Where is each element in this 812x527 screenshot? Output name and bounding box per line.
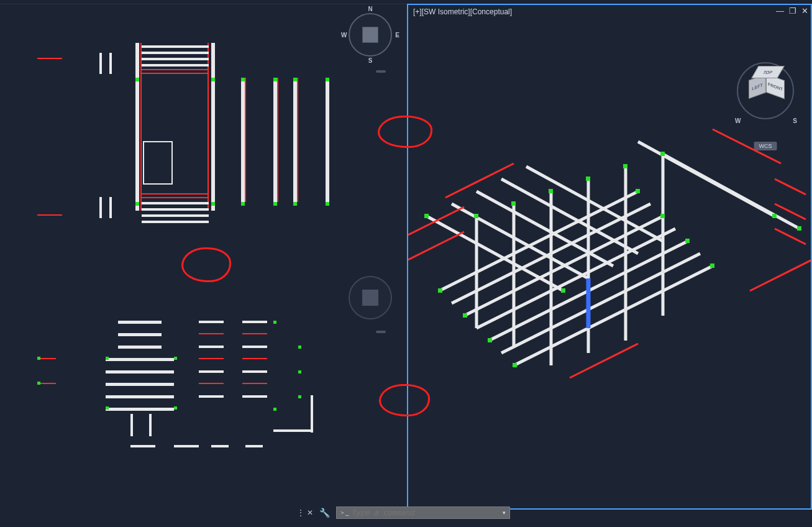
svg-line-13 xyxy=(663,154,800,229)
svg-rect-39 xyxy=(772,214,777,218)
viewport-bottom-plan[interactable] xyxy=(0,259,407,510)
drawing-plan-upper xyxy=(0,4,407,259)
nav-compass-bottom[interactable] xyxy=(349,276,392,319)
viewport-isometric[interactable]: [+][SW Isometric][Conceptual] — ❐ ✕ LEFT… xyxy=(407,4,812,510)
compass-label-w: W xyxy=(341,32,347,39)
compass-label-n: N xyxy=(368,6,372,12)
svg-line-25 xyxy=(408,232,464,260)
svg-rect-40 xyxy=(797,226,801,231)
svg-line-28 xyxy=(775,229,806,244)
svg-line-22 xyxy=(713,129,781,163)
svg-rect-41 xyxy=(474,214,478,218)
customize-icon[interactable]: 🔧 xyxy=(317,508,332,518)
svg-rect-43 xyxy=(549,189,553,193)
command-drag-icon[interactable]: ⋮ xyxy=(297,508,304,517)
svg-line-26 xyxy=(775,179,806,195)
svg-rect-38 xyxy=(561,288,565,293)
svg-rect-45 xyxy=(623,164,627,168)
svg-rect-31 xyxy=(463,313,467,318)
svg-line-21 xyxy=(570,344,638,378)
svg-line-3 xyxy=(477,229,675,328)
svg-rect-33 xyxy=(488,338,492,342)
command-line-bar: ⋮ ✕ 🔧 ＞_ ▾ xyxy=(297,506,510,520)
compass-label-s: S xyxy=(368,57,373,64)
svg-line-5 xyxy=(501,254,700,353)
command-prompt-icon: ＞_ xyxy=(337,508,352,517)
nav-compass-top[interactable]: N S E W xyxy=(349,13,392,57)
compass-menu-button-bottom[interactable] xyxy=(376,331,386,333)
svg-rect-37 xyxy=(424,214,429,218)
command-close-icon[interactable]: ✕ xyxy=(307,508,313,517)
svg-rect-42 xyxy=(511,201,516,206)
viewport-top-plan[interactable]: N S E W xyxy=(0,4,407,259)
svg-rect-44 xyxy=(586,176,590,181)
command-history-dropdown-icon[interactable]: ▾ xyxy=(499,510,509,516)
svg-rect-30 xyxy=(636,189,640,193)
command-dock-controls[interactable]: ⋮ ✕ xyxy=(297,508,313,517)
drawing-isometric xyxy=(408,5,811,508)
svg-rect-32 xyxy=(660,214,665,218)
svg-rect-34 xyxy=(685,239,690,243)
compass-menu-button-top[interactable] xyxy=(376,70,386,73)
cad-application-window: N S E W xyxy=(0,0,812,527)
svg-rect-46 xyxy=(660,152,665,156)
svg-rect-36 xyxy=(710,264,714,268)
command-input[interactable] xyxy=(352,508,499,517)
drawing-plan-lower xyxy=(0,259,407,510)
command-input-wrap[interactable]: ＞_ ▾ xyxy=(336,506,510,519)
svg-rect-35 xyxy=(513,363,517,367)
compass-label-e: E xyxy=(395,32,399,39)
svg-rect-29 xyxy=(438,288,442,293)
svg-line-23 xyxy=(750,260,811,291)
